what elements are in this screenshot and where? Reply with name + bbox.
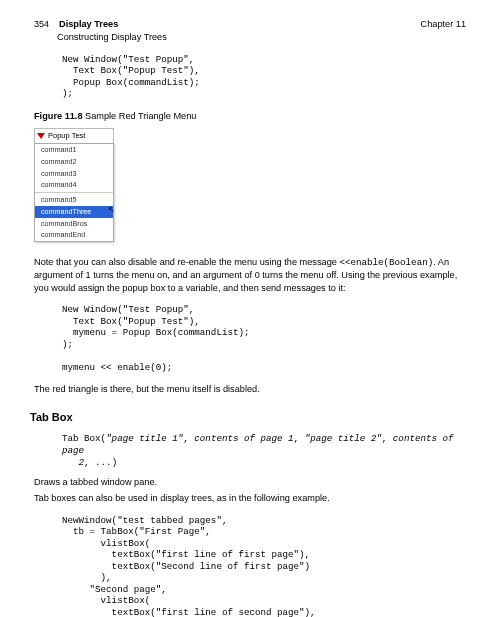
figure-number: Figure 11.8 bbox=[34, 111, 83, 121]
menu-item: command1 bbox=[35, 144, 113, 156]
page-subtitle: Constructing Display Trees bbox=[57, 31, 466, 43]
menu-item: command5 bbox=[35, 194, 113, 206]
para1-a: Note that you can also disable and re-en… bbox=[34, 257, 339, 267]
body-paragraph: The red triangle is there, but the menu … bbox=[34, 383, 466, 395]
chapter-label: Chapter 11 bbox=[421, 18, 466, 30]
code-block-2: New Window("Test Popup", Text Box("Popup… bbox=[62, 304, 466, 373]
body-paragraph: Draws a tabbed window pane. bbox=[34, 476, 466, 488]
figure-caption-text: Sample Red Triangle Menu bbox=[83, 111, 197, 121]
body-paragraph: Note that you can also disable and re-en… bbox=[34, 256, 466, 294]
menu-item: commandBros bbox=[35, 218, 113, 230]
popup-menu: command1 command2 command3 command4 comm… bbox=[34, 143, 114, 242]
syntax-arg: "page title 2" bbox=[305, 433, 382, 444]
popup-title: Popup Test bbox=[48, 131, 85, 141]
header-left: 354 Display Trees bbox=[34, 18, 118, 30]
page: 354 Display Trees Chapter 11 Constructin… bbox=[0, 0, 500, 617]
page-header: 354 Display Trees Chapter 11 bbox=[34, 18, 466, 30]
section-heading: Tab Box bbox=[30, 410, 466, 425]
menu-item: command2 bbox=[35, 156, 113, 168]
menu-item-label: commandThree bbox=[41, 207, 91, 216]
menu-item: command4 bbox=[35, 179, 113, 191]
code-block-1: New Window("Test Popup", Text Box("Popup… bbox=[62, 54, 466, 100]
menu-item: commandEnd bbox=[35, 229, 113, 241]
syntax-arg: contents of page 1 bbox=[194, 433, 293, 444]
red-triangle-icon bbox=[37, 133, 45, 139]
page-title: Display Trees bbox=[59, 18, 118, 30]
syntax-line: Tab Box("page title 1", contents of page… bbox=[62, 433, 466, 470]
syntax-arg: "page title 1" bbox=[106, 433, 183, 444]
syntax-lead: Tab Box( bbox=[62, 433, 106, 444]
syntax-tail: , ...) bbox=[84, 457, 117, 468]
cursor-icon: ↖ bbox=[108, 206, 115, 214]
figure-caption: Figure 11.8 Sample Red Triangle Menu bbox=[34, 110, 466, 122]
page-number: 354 bbox=[34, 18, 49, 30]
inline-code: <<enable(Boolean) bbox=[339, 257, 433, 268]
popup-sample: Popup Test command1 command2 command3 co… bbox=[34, 128, 114, 242]
body-paragraph: Tab boxes can also be used in display tr… bbox=[34, 492, 466, 504]
menu-separator bbox=[35, 192, 113, 193]
code-block-3: NewWindow("test tabbed pages", tb = TabB… bbox=[62, 515, 466, 617]
menu-item: command3 bbox=[35, 168, 113, 180]
menu-item-selected: commandThree ↖ bbox=[35, 206, 113, 218]
popup-titlebar: Popup Test bbox=[34, 128, 114, 143]
